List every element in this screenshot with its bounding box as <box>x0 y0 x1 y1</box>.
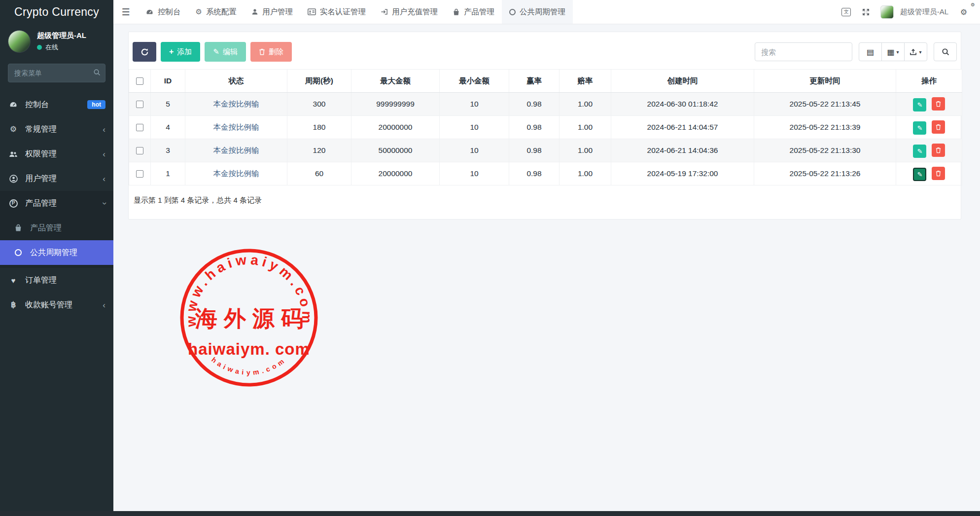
cell-status: 本金按比例输 <box>213 169 259 178</box>
translate-icon[interactable]: 文 <box>838 3 855 20</box>
cell-period: 120 <box>287 139 351 162</box>
row-checkbox[interactable] <box>136 170 143 178</box>
gears-icon: ⚙ <box>8 125 19 133</box>
plus-icon: + <box>169 47 174 56</box>
submenu-item-label: 公共周期管理 <box>30 248 77 258</box>
sidebar-item-dashboard[interactable]: 控制台 hot <box>0 92 113 117</box>
row-edit-button[interactable]: ✎ <box>913 145 926 158</box>
column-header-created: 创建时间 <box>611 70 754 93</box>
sidebar-item-payment-accounts[interactable]: ฿ 收款账号管理 ‹ <box>0 293 113 317</box>
edit-button[interactable]: ✎ 编辑 <box>205 42 246 62</box>
data-table: ID 状态 周期(秒) 最大金额 最小金额 赢率 赔率 创建时间 更新时间 操作… <box>129 69 962 185</box>
column-header-id: ID <box>151 70 185 93</box>
menu-search-input[interactable] <box>8 64 105 82</box>
row-delete-button[interactable] <box>932 120 945 134</box>
cell-updated: 2025-05-22 21:13:26 <box>754 162 896 185</box>
pencil-icon: ✎ <box>917 124 922 132</box>
cell-win: 0.98 <box>509 116 560 139</box>
cell-status: 本金按比例输 <box>213 100 259 108</box>
caret-down-icon: ▾ <box>919 49 921 55</box>
cell-id: 3 <box>151 139 185 162</box>
cell-created: 2024-06-30 01:18:42 <box>611 93 754 116</box>
row-checkbox[interactable] <box>136 101 143 108</box>
column-header-actions: 操作 <box>896 70 962 93</box>
column-header-min: 最小金额 <box>440 70 509 93</box>
settings-gears-icon[interactable]: ⚙⚙ <box>955 3 972 20</box>
nav-tab-kyc[interactable]: 实名认证管理 <box>300 0 373 24</box>
nav-tab-users[interactable]: 用户管理 <box>244 0 300 24</box>
row-checkbox[interactable] <box>136 147 143 154</box>
refresh-icon <box>140 48 149 56</box>
cell-max: 50000000 <box>351 139 440 162</box>
row-edit-button[interactable]: ✎ <box>913 121 926 135</box>
nav-tab-system-config[interactable]: ⚙ 系统配置 <box>188 0 244 24</box>
cell-min: 10 <box>440 139 509 162</box>
select-all-checkbox[interactable] <box>136 77 143 85</box>
stamp-center-domain: haiwaiym. com <box>188 340 310 358</box>
row-checkbox[interactable] <box>136 124 143 131</box>
nav-tab-products[interactable]: 产品管理 <box>445 0 502 24</box>
chevron-left-icon: ‹ <box>103 150 105 158</box>
pencil-icon: ✎ <box>917 147 922 155</box>
table-toolbar: + 添加 ✎ 编辑 删除 ▤ ▦▾ <box>129 42 961 69</box>
sidebar-item-permissions[interactable]: 权限管理 ‹ <box>0 142 113 166</box>
cell-id: 5 <box>151 93 185 116</box>
row-delete-button[interactable] <box>932 144 945 157</box>
refresh-button[interactable] <box>133 42 156 62</box>
avatar[interactable] <box>880 5 894 19</box>
search-submit-button[interactable] <box>934 42 957 61</box>
nav-tab-label: 产品管理 <box>464 7 494 17</box>
nav-tab-label: 用户充值管理 <box>392 7 438 17</box>
pencil-icon: ✎ <box>917 101 922 109</box>
shopping-bag-icon <box>453 8 460 16</box>
nav-tab-label: 系统配置 <box>206 7 237 17</box>
sign-in-icon <box>381 8 388 15</box>
sidebar-menu-bottom: ♥ 订单管理 ฿ 收款账号管理 ‹ <box>0 268 113 317</box>
bitcoin-icon: ฿ <box>8 301 19 309</box>
submenu-item-label: 产品管理 <box>30 223 62 233</box>
user-panel: 超级管理员-AL 在线 <box>0 24 113 58</box>
sidebar-item-label: 收款账号管理 <box>25 300 72 310</box>
export-button[interactable]: ▾ <box>904 42 927 61</box>
stamp-ring <box>182 251 316 385</box>
stamp-arc-top-text: www.haiwaiym.com <box>183 252 315 328</box>
submenu-item-product-management[interactable]: 产品管理 <box>0 216 113 240</box>
add-button[interactable]: + 添加 <box>161 42 200 62</box>
row-edit-button[interactable]: ✎ <box>913 98 926 111</box>
cell-created: 2024-05-19 17:32:00 <box>611 162 754 185</box>
nav-tab-label: 控制台 <box>158 7 181 17</box>
users-icon <box>8 150 19 158</box>
hamburger-menu-icon[interactable]: ☰ <box>113 0 138 24</box>
trash-icon <box>936 101 941 107</box>
sidebar-item-label: 产品管理 <box>25 198 57 209</box>
sidebar-item-users[interactable]: 用户管理 ‹ <box>0 166 113 191</box>
submenu-item-public-cycle[interactable]: 公共周期管理 <box>0 240 113 265</box>
sidebar-item-orders[interactable]: ♥ 订单管理 <box>0 268 113 293</box>
column-header-status: 状态 <box>185 70 287 93</box>
navbar-user-name[interactable]: 超级管理员-AL <box>897 7 952 17</box>
nav-tab-recharge[interactable]: 用户充值管理 <box>373 0 445 24</box>
delete-button[interactable]: 删除 <box>250 42 292 62</box>
sidebar-item-products[interactable]: P 产品管理 ‹ <box>0 191 113 216</box>
cell-min: 10 <box>440 93 509 116</box>
cell-odds: 1.00 <box>560 162 611 185</box>
table-search-input[interactable] <box>755 42 852 61</box>
row-delete-button[interactable] <box>932 97 945 111</box>
stamp-center-chinese: 海外源码 <box>195 306 310 331</box>
pencil-icon: ✎ <box>917 171 922 178</box>
user-circle-icon <box>8 175 19 183</box>
cell-id: 1 <box>151 162 185 185</box>
chevron-down-icon: ‹ <box>100 202 108 205</box>
fullscreen-icon[interactable] <box>858 3 875 20</box>
sidebar-item-general[interactable]: ⚙ 常规管理 ‹ <box>0 117 113 142</box>
columns-button[interactable]: ▦▾ <box>881 42 905 61</box>
toggle-view-button[interactable]: ▤ <box>859 42 882 61</box>
nav-tab-public-cycle[interactable]: 公共周期管理 <box>502 0 573 24</box>
pagination-summary: 显示第 1 到第 4 条记录，总共 4 条记录 <box>129 185 961 205</box>
trash-icon <box>259 48 265 55</box>
row-delete-button[interactable] <box>932 167 945 180</box>
cell-min: 10 <box>440 162 509 185</box>
row-edit-button[interactable]: ✎ <box>913 168 926 181</box>
nav-tab-dashboard[interactable]: 控制台 <box>138 0 188 24</box>
table-header-row: ID 状态 周期(秒) 最大金额 最小金额 赢率 赔率 创建时间 更新时间 操作 <box>129 70 962 93</box>
